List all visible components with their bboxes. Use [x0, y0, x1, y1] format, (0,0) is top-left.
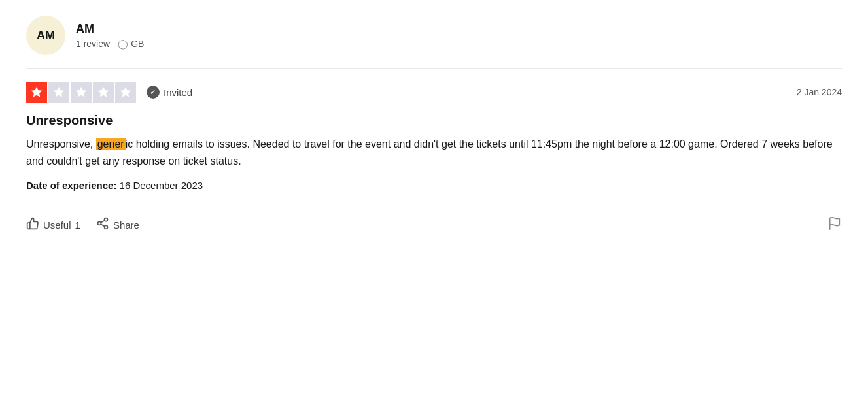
- star-3: [71, 82, 92, 103]
- reviewer-section: AM AM 1 review ◯ GB: [26, 16, 842, 69]
- review-header-left: ✓ Invited: [26, 82, 192, 103]
- star-2: [48, 82, 69, 103]
- share-icon: [96, 217, 109, 233]
- flag-button[interactable]: [827, 216, 842, 234]
- svg-line-4: [101, 221, 105, 223]
- useful-label: Useful: [43, 220, 71, 231]
- review-body-after-highlight: ic holding emails to issues. Needed to t…: [26, 139, 833, 167]
- review-actions: Useful 1 Share: [26, 204, 842, 234]
- review-section: ✓ Invited 2 Jan 2024 Unresponsive Unresp…: [26, 69, 842, 204]
- date-of-experience: Date of experience: 16 December 2023: [26, 180, 842, 191]
- stars-container: [26, 82, 136, 103]
- location-icon: ◯: [118, 39, 128, 49]
- review-title: Unresponsive: [26, 113, 842, 128]
- star-5: [115, 82, 136, 103]
- star-4: [93, 82, 114, 103]
- reviewer-name: AM: [76, 22, 144, 36]
- thumbs-up-icon: [26, 217, 39, 233]
- svg-line-3: [101, 224, 105, 226]
- review-highlight-text: gener: [96, 138, 126, 150]
- share-label: Share: [113, 220, 139, 231]
- actions-left: Useful 1 Share: [26, 217, 139, 233]
- review-card: AM AM 1 review ◯ GB: [0, 0, 868, 250]
- useful-button[interactable]: Useful 1: [26, 217, 80, 233]
- location-wrapper: ◯ GB: [118, 39, 144, 49]
- review-body: Unresponsive, generic holding emails to …: [26, 136, 842, 169]
- review-count: 1 review: [76, 39, 110, 49]
- review-header: ✓ Invited 2 Jan 2024: [26, 82, 842, 103]
- share-button[interactable]: Share: [96, 217, 139, 233]
- date-of-experience-value: 16 December 2023: [120, 180, 203, 191]
- review-date: 2 Jan 2024: [797, 87, 842, 97]
- review-body-before-highlight: Unresponsive,: [26, 139, 96, 150]
- invited-label: Invited: [164, 87, 192, 98]
- reviewer-meta: 1 review ◯ GB: [76, 39, 144, 49]
- avatar: AM: [26, 16, 65, 55]
- flag-icon: [827, 216, 842, 231]
- date-of-experience-label: Date of experience:: [26, 180, 116, 191]
- reviewer-location: GB: [131, 39, 144, 49]
- star-1: [26, 82, 47, 103]
- reviewer-info: AM 1 review ◯ GB: [76, 22, 144, 49]
- useful-count: 1: [75, 220, 80, 231]
- invited-badge: ✓ Invited: [147, 86, 192, 99]
- check-icon: ✓: [147, 86, 160, 99]
